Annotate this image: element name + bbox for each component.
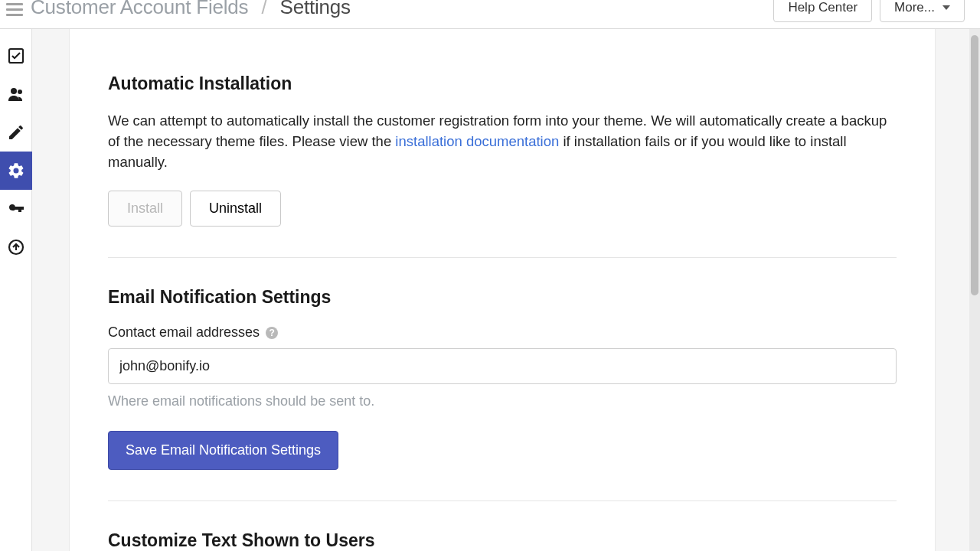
scrollbar-track[interactable] (969, 29, 980, 551)
top-bar: Customer Account Fields / Settings Help … (0, 0, 980, 29)
sidebar-item-settings[interactable] (0, 152, 32, 190)
breadcrumb-current: Settings (280, 0, 351, 18)
divider (108, 257, 897, 258)
install-button-row: Install Uninstall (108, 191, 897, 227)
sidebar-item-tasks[interactable] (0, 37, 32, 75)
install-button[interactable]: Install (108, 191, 182, 227)
more-button[interactable]: More... (880, 0, 965, 22)
auto-install-title: Automatic Installation (108, 73, 897, 94)
help-center-button[interactable]: Help Center (773, 0, 872, 22)
users-icon (7, 85, 25, 103)
save-email-settings-button[interactable]: Save Email Notification Settings (108, 431, 338, 470)
installation-docs-link[interactable]: installation documentation (395, 133, 559, 149)
checkbox-icon (7, 47, 25, 65)
sidebar-item-edit[interactable] (0, 113, 32, 152)
main-area: Automatic Installation We can attempt to… (32, 29, 980, 551)
sidebar-item-upgrade[interactable] (0, 228, 32, 266)
top-actions: Help Center More... (773, 0, 965, 22)
scrollbar-thumb[interactable] (971, 35, 978, 295)
breadcrumb-parent[interactable]: Customer Account Fields (31, 0, 248, 18)
upload-circle-icon (7, 238, 25, 256)
email-settings-title: Email Notification Settings (108, 287, 897, 308)
more-button-label: More... (894, 0, 935, 15)
edit-icon (7, 123, 25, 142)
contact-email-input[interactable] (108, 348, 897, 384)
auto-install-description: We can attempt to automatically install … (108, 111, 897, 172)
breadcrumb: Customer Account Fields / Settings (31, 0, 351, 19)
divider (108, 500, 897, 501)
menu-icon[interactable] (6, 2, 23, 18)
sidebar-item-customers[interactable] (0, 75, 32, 113)
sidebar-item-api[interactable] (0, 190, 32, 228)
contact-email-label: Contact email addresses ? (108, 324, 897, 341)
customize-text-title: Customize Text Shown to Users (108, 530, 897, 551)
uninstall-button[interactable]: Uninstall (190, 191, 281, 227)
chevron-down-icon (942, 5, 950, 10)
svg-point-2 (18, 90, 22, 94)
contact-email-helper: Where email notifications should be sent… (108, 393, 897, 409)
sidebar (0, 29, 32, 551)
contact-email-label-text: Contact email addresses (108, 324, 260, 341)
breadcrumb-separator: / (261, 0, 266, 18)
gear-icon (7, 161, 25, 180)
settings-card: Automatic Installation We can attempt to… (69, 29, 936, 551)
svg-point-1 (11, 88, 17, 94)
key-icon (7, 200, 25, 218)
help-icon[interactable]: ? (266, 327, 278, 339)
